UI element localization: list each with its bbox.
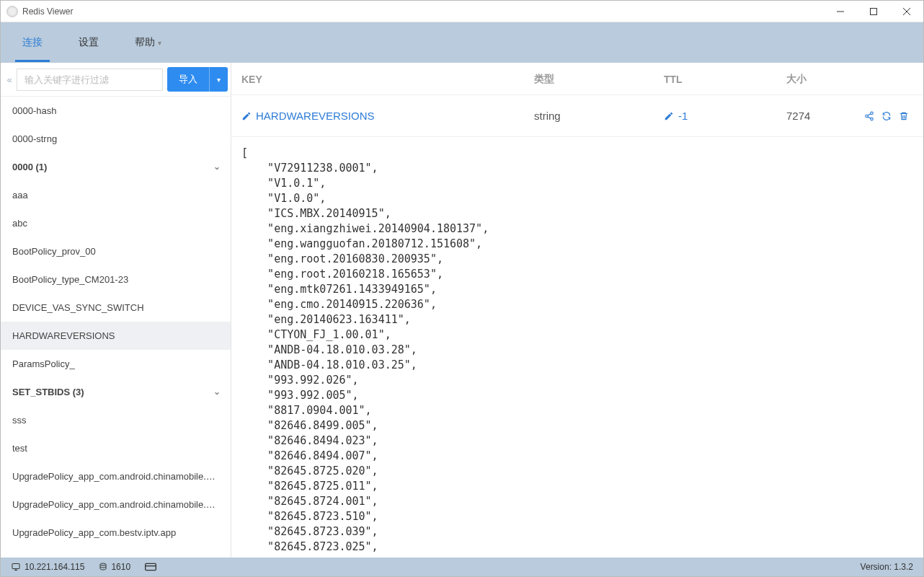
svg-point-2 [100,563,106,565]
menu-item-2[interactable]: 帮助▾ [128,23,169,62]
database-icon [99,562,107,572]
sidebar-key-item[interactable]: HARDWAREVERSIONS [1,322,231,350]
sidebar-item-label: test [12,443,27,454]
edit-ttl-icon[interactable] [664,111,674,121]
sidebar-item-label: BootPolicy_prov_00 [12,246,96,257]
status-card[interactable] [145,563,156,571]
main-panel: KEY 类型 TTL 大小 HARDWAREVERSIONS string [231,63,923,558]
sidebar-group-item[interactable]: SET_STBIDS (3)⌄ [1,378,231,406]
refresh-icon[interactable] [881,111,892,121]
menu-item-0[interactable]: 连接 [15,23,50,62]
sidebar-key-item[interactable]: UpgradePolicy_app_com.bestv.iptv.app [1,519,231,547]
import-dropdown-button[interactable]: ▾ [209,67,228,92]
sidebar-key-item[interactable]: test [1,434,231,462]
sidebar-key-item[interactable]: sss [1,406,231,434]
import-button-group: 导入 ▾ [167,67,228,92]
sidebar: « 导入 ▾ 0000-hash0000-strng0000 (1)⌄aaaab… [1,63,231,558]
detail-key-name: HARDWAREVERSIONS [256,110,374,122]
header-key: KEY [241,74,534,85]
status-dbcount: 1610 [99,562,130,572]
sidebar-key-item[interactable]: 0000-strng [1,125,231,153]
import-button[interactable]: 导入 [167,67,209,92]
sidebar-item-label: UpgradePolicy_app_com.android.chinamobil… [12,499,223,510]
value-panel[interactable]: [ "V72911238.0001", "V1.0.1", "V1.0.0", … [231,137,923,558]
sidebar-key-item[interactable]: aaa [1,181,231,209]
detail-ttl: -1 [678,110,688,122]
sidebar-key-item[interactable]: DEVICE_VAS_SYNC_SWITCH [1,294,231,322]
header-ttl: TTL [664,74,786,85]
sidebar-item-label: ParamsPolicy_ [12,358,75,369]
search-input[interactable] [17,69,163,91]
sidebar-key-item[interactable]: ParamsPolicy_ [1,350,231,378]
minimize-button[interactable] [824,1,857,22]
status-host-text: 10.221.164.115 [25,562,84,572]
sidebar-group-item[interactable]: 0000 (1)⌄ [1,153,231,181]
chevron-down-icon: ▾ [158,39,161,47]
window-title: Redis Viewer [22,6,824,17]
sidebar-key-item[interactable]: UpgradePolicy_app_com.android.chinamobil… [1,490,231,519]
svg-rect-3 [146,563,156,570]
sidebar-item-label: 0000 (1) [12,162,47,172]
monitor-icon [11,563,21,571]
menubar: 连接设置帮助▾ [1,22,923,63]
sidebar-key-item[interactable]: abc [1,209,231,237]
header-size: 大小 [786,73,858,86]
delete-icon[interactable] [899,111,909,121]
detail-header-row: KEY 类型 TTL 大小 [231,63,923,95]
chevron-down-icon: ⌄ [213,387,221,397]
svg-rect-1 [12,564,19,569]
sidebar-item-label: aaa [12,190,28,201]
detail-size: 7274 [786,110,858,122]
titlebar: Redis Viewer [1,1,923,22]
sidebar-key-item[interactable]: UpgradePolicy_app_com.android.chinamobil… [1,462,231,490]
maximize-button[interactable] [857,1,890,22]
detail-data-row: HARDWAREVERSIONS string -1 7274 [231,95,923,137]
sidebar-item-label: sss [12,415,27,426]
status-dbcount-text: 1610 [111,562,130,572]
chevron-down-icon: ⌄ [213,162,221,172]
sidebar-item-label: HARDWAREVERSIONS [12,330,115,341]
sidebar-item-label: 0000-hash [12,105,56,116]
collapse-sidebar-button[interactable]: « [2,74,17,85]
close-button[interactable] [890,1,923,22]
status-version: Version: 1.3.2 [861,562,913,572]
menu-item-1[interactable]: 设置 [71,23,106,62]
sidebar-key-item[interactable]: 0000-hash [1,97,231,125]
sidebar-item-label: DEVICE_VAS_SYNC_SWITCH [12,302,144,313]
svg-rect-0 [871,8,877,14]
sidebar-item-label: 0000-strng [12,133,57,144]
sidebar-item-label: BootPolicy_type_CM201-23 [12,274,128,285]
sidebar-key-item[interactable]: BootPolicy_type_CM201-23 [1,265,231,294]
sidebar-item-label: UpgradePolicy_app_com.bestv.iptv.app [12,527,176,538]
card-icon [145,563,156,571]
sidebar-item-label: UpgradePolicy_app_com.android.chinamobil… [12,471,223,482]
detail-type: string [534,110,664,122]
sidebar-key-item[interactable]: BootPolicy_prov_00 [1,237,231,265]
status-host: 10.221.164.115 [11,562,84,572]
sidebar-item-label: abc [12,218,27,229]
sidebar-item-label: SET_STBIDS (3) [12,387,84,397]
edit-key-icon[interactable] [241,111,252,121]
share-icon[interactable] [864,111,874,121]
app-icon [6,6,18,17]
header-type: 类型 [534,73,664,86]
key-list: 0000-hash0000-strng0000 (1)⌄aaaabcBootPo… [1,97,231,558]
statusbar: 10.221.164.115 1610 Version: 1.3.2 [1,558,923,576]
